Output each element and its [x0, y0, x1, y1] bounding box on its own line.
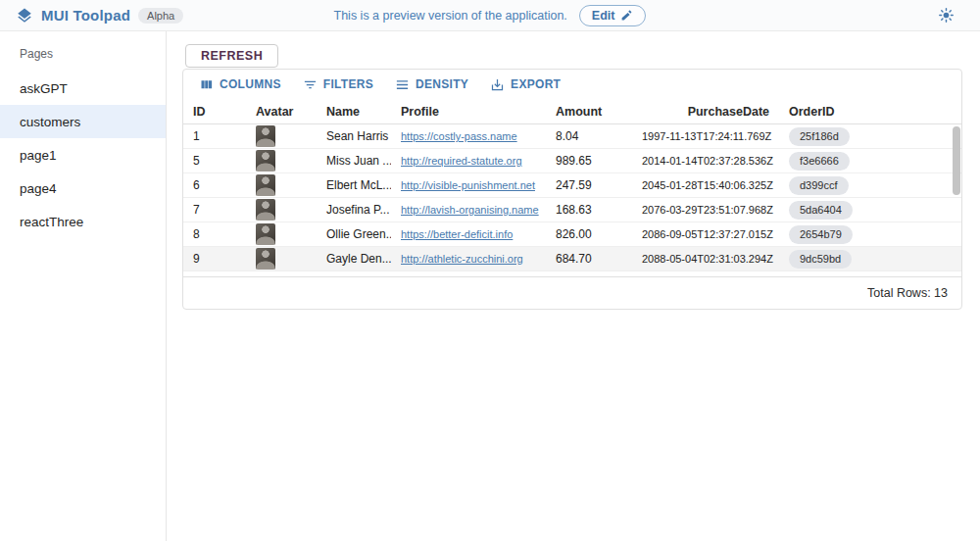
cell-id: 7 — [183, 203, 246, 217]
app-window: MUI Toolpad Alpha This is a preview vers… — [0, 0, 980, 541]
cell-orderid: 2654b79 — [779, 225, 961, 244]
export-button[interactable]: EXPORT — [482, 74, 568, 96]
grid-footer: Total Rows: 13 — [183, 276, 961, 309]
column-header-amount[interactable]: Amount — [546, 105, 632, 119]
profile-link[interactable]: http://lavish-organising.name — [401, 204, 539, 216]
cell-orderid: 25f186d — [779, 127, 961, 146]
pencil-icon — [620, 9, 633, 22]
orderid-chip: d399ccf — [789, 176, 849, 195]
preview-banner-text: This is a preview version of the applica… — [334, 9, 567, 23]
cell-profile: https://costly-pass.name — [391, 129, 546, 143]
app-title: MUI Toolpad — [41, 7, 130, 24]
orderid-chip: 5da6404 — [789, 201, 853, 220]
cell-avatar — [246, 150, 317, 172]
data-grid: COLUMNS FILTERS DENSITY — [182, 69, 962, 310]
table-row[interactable]: 6 Elbert McL... http://visible-punishmen… — [183, 173, 961, 198]
cell-amount: 684.70 — [546, 252, 632, 266]
columns-button-label: COLUMNS — [220, 77, 281, 91]
layers-icon — [16, 7, 33, 25]
app-header: MUI Toolpad Alpha This is a preview vers… — [0, 0, 980, 31]
column-header-profile[interactable]: Profile — [391, 105, 546, 119]
cell-avatar — [246, 199, 317, 221]
sidebar-section-label: Pages — [0, 39, 166, 72]
avatar — [256, 125, 275, 147]
density-lines-icon — [395, 77, 410, 92]
cell-name: Elbert McL... — [317, 178, 391, 192]
profile-link[interactable]: https://better-deficit.info — [401, 228, 513, 240]
cell-name: Ollie Green... — [317, 227, 391, 241]
sidebar-item-askgpt[interactable]: askGPT — [0, 72, 166, 105]
column-header-avatar[interactable]: Avatar — [246, 105, 317, 119]
avatar — [256, 223, 275, 245]
table-row[interactable]: 8 Ollie Green... https://better-deficit.… — [183, 222, 961, 247]
export-download-icon — [490, 77, 505, 92]
cell-purchasedate: 2045-01-28T15:40:06.325Z — [632, 179, 779, 191]
cell-avatar — [246, 248, 317, 270]
cell-orderid: 5da6404 — [779, 201, 961, 220]
cell-purchasedate: 1997-11-13T17:24:11.769Z — [632, 130, 779, 142]
sidebar-item-page1[interactable]: page1 — [0, 138, 166, 172]
grid-toolbar: COLUMNS FILTERS DENSITY — [183, 70, 961, 99]
cell-id: 6 — [183, 178, 246, 192]
cell-id: 1 — [183, 129, 246, 143]
grid-body: 1 Sean Harris https://costly-pass.name 8… — [183, 124, 961, 276]
cell-avatar — [246, 125, 317, 147]
table-row[interactable]: 9 Gayle Den... http://athletic-zucchini.… — [183, 247, 961, 271]
cell-purchasedate: 2014-01-14T02:37:28.536Z — [632, 155, 779, 167]
content-area: Pages askGPT customers page1 page4 react… — [0, 31, 980, 541]
brand: MUI Toolpad Alpha — [16, 7, 183, 25]
density-button[interactable]: DENSITY — [387, 74, 476, 96]
orderid-chip: 25f186d — [789, 127, 850, 146]
preview-banner: This is a preview version of the applica… — [334, 5, 647, 26]
sidebar-item-label: customers — [20, 115, 80, 129]
cell-purchasedate: 2086-09-05T12:37:27.015Z — [632, 228, 779, 240]
profile-link[interactable]: http://visible-punishment.net — [401, 179, 535, 191]
cell-name: Gayle Den... — [317, 252, 391, 266]
alpha-badge: Alpha — [138, 8, 183, 24]
cell-id: 5 — [183, 154, 246, 168]
cell-profile: https://better-deficit.info — [391, 227, 546, 241]
avatar — [256, 174, 275, 196]
sidebar-item-label: page1 — [20, 148, 57, 163]
cell-orderid: d399ccf — [779, 176, 961, 195]
cell-id: 9 — [183, 252, 246, 266]
cell-avatar — [246, 223, 317, 245]
hand-cursor-icon — [791, 309, 805, 310]
avatar — [256, 150, 275, 172]
view-columns-icon — [199, 77, 214, 92]
sidebar-item-page4[interactable]: page4 — [0, 172, 166, 205]
sidebar-item-reactthree[interactable]: reactThree — [0, 205, 166, 238]
vertical-scrollbar-thumb[interactable] — [953, 126, 960, 195]
cell-id: 8 — [183, 227, 246, 241]
table-row[interactable]: 7 Josefina P... http://lavish-organising… — [183, 198, 961, 222]
theme-toggle-button[interactable] — [938, 7, 955, 24]
sidebar-item-label: page4 — [20, 181, 57, 196]
column-header-orderid[interactable]: OrderID — [779, 105, 961, 119]
cell-amount: 8.04 — [546, 129, 632, 143]
cell-orderid: 9dc59bd — [779, 250, 961, 269]
cell-amount: 168.63 — [546, 203, 632, 217]
cell-purchasedate: 2088-05-04T02:31:03.294Z — [632, 253, 779, 265]
edit-button-label: Edit — [592, 9, 615, 23]
column-header-id[interactable]: ID — [183, 105, 246, 119]
filters-button[interactable]: FILTERS — [295, 74, 381, 96]
cell-amount: 247.59 — [546, 178, 632, 192]
edit-button[interactable]: Edit — [579, 5, 647, 26]
avatar — [256, 248, 275, 270]
profile-link[interactable]: http://athletic-zucchini.org — [401, 253, 523, 265]
column-header-purchasedate[interactable]: PurchaseDate — [632, 105, 779, 119]
profile-link[interactable]: http://required-statute.org — [401, 155, 522, 167]
filter-list-icon — [303, 77, 318, 92]
profile-link[interactable]: https://costly-pass.name — [401, 130, 517, 142]
sidebar: Pages askGPT customers page1 page4 react… — [0, 31, 167, 541]
grid-header-row: ID Avatar Name Profile Amount PurchaseDa… — [183, 99, 961, 124]
orderid-chip: 9dc59bd — [789, 250, 852, 269]
cell-amount: 826.00 — [546, 227, 632, 241]
cell-avatar — [246, 174, 317, 196]
sidebar-item-customers[interactable]: customers — [0, 105, 166, 138]
columns-button[interactable]: COLUMNS — [191, 74, 289, 96]
refresh-button[interactable]: REFRESH — [185, 44, 278, 68]
table-row[interactable]: 1 Sean Harris https://costly-pass.name 8… — [183, 124, 961, 149]
column-header-name[interactable]: Name — [317, 105, 391, 119]
table-row[interactable]: 5 Miss Juan ... http://required-statute.… — [183, 149, 961, 173]
